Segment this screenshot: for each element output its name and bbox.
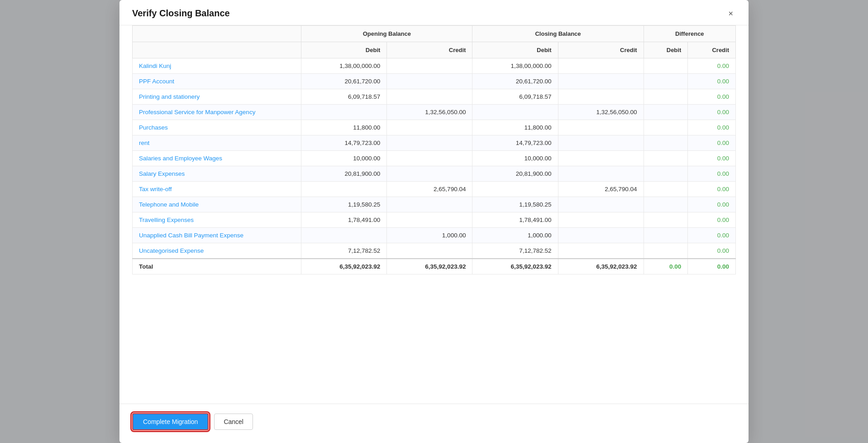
diff-debit-cell — [644, 151, 688, 166]
credit_closing-cell — [558, 228, 644, 243]
diff-debit-cell — [644, 105, 688, 120]
col-account-subheader — [133, 42, 301, 58]
diff-credit-cell: 0.00 — [688, 105, 736, 120]
debit_closing-cell: 1,78,491.00 — [472, 212, 558, 228]
account-name-cell[interactable]: Travelling Expenses — [133, 212, 301, 228]
total-diff-credit: 0.00 — [688, 259, 736, 274]
credit_opening-cell — [387, 212, 472, 228]
account-name-cell[interactable]: Tax write-off — [133, 182, 301, 197]
table-row: Kalindi Kunj1,38,00,000.001,38,00,000.00… — [133, 58, 736, 74]
account-name-cell[interactable]: Purchases — [133, 120, 301, 135]
table-row: Purchases11,800.0011,800.000.00 — [133, 120, 736, 135]
debit_opening-cell: 7,12,782.52 — [301, 243, 387, 259]
credit_closing-cell — [558, 135, 644, 151]
account-name-cell[interactable]: Unapplied Cash Bill Payment Expense — [133, 228, 301, 243]
debit_closing-cell: 20,61,720.00 — [472, 74, 558, 89]
account-name-cell[interactable]: Kalindi Kunj — [133, 58, 301, 74]
total-closing-debit: 6,35,92,023.92 — [472, 259, 558, 274]
credit_opening-cell: 2,65,790.04 — [387, 182, 472, 197]
col-opening-credit-subheader: Credit — [387, 42, 472, 58]
debit_closing-cell: 1,19,580.25 — [472, 197, 558, 212]
debit_closing-cell — [472, 182, 558, 197]
diff-credit-cell: 0.00 — [688, 58, 736, 74]
debit_opening-cell — [301, 105, 387, 120]
table-row: Unapplied Cash Bill Payment Expense1,000… — [133, 228, 736, 243]
table-row: rent14,79,723.0014,79,723.000.00 — [133, 135, 736, 151]
table-row: Travelling Expenses1,78,491.001,78,491.0… — [133, 212, 736, 228]
diff-debit-cell — [644, 212, 688, 228]
debit_opening-cell — [301, 182, 387, 197]
account-name-cell[interactable]: Professional Service for Manpower Agency — [133, 105, 301, 120]
diff-debit-cell — [644, 135, 688, 151]
debit_opening-cell — [301, 228, 387, 243]
cancel-button[interactable]: Cancel — [214, 414, 253, 430]
col-opening-debit-subheader: Debit — [301, 42, 387, 58]
modal-title: Verify Closing Balance — [132, 8, 230, 19]
complete-migration-button[interactable]: Complete Migration — [132, 413, 209, 430]
diff-debit-cell — [644, 197, 688, 212]
debit_opening-cell: 6,09,718.57 — [301, 89, 387, 105]
account-name-cell[interactable]: rent — [133, 135, 301, 151]
debit_closing-cell: 1,000.00 — [472, 228, 558, 243]
credit_closing-cell — [558, 58, 644, 74]
credit_closing-cell — [558, 120, 644, 135]
diff-credit-cell: 0.00 — [688, 182, 736, 197]
modal-dialog: Verify Closing Balance × Opening Balance… — [119, 0, 749, 443]
diff-debit-cell — [644, 58, 688, 74]
diff-debit-cell — [644, 182, 688, 197]
credit_closing-cell: 1,32,56,050.00 — [558, 105, 644, 120]
debit_opening-cell: 1,78,491.00 — [301, 212, 387, 228]
credit_opening-cell — [387, 120, 472, 135]
col-diff-debit-subheader: Debit — [644, 42, 688, 58]
diff-credit-cell: 0.00 — [688, 212, 736, 228]
credit_opening-cell — [387, 74, 472, 89]
table-row: Salary Expenses20,81,900.0020,81,900.000… — [133, 166, 736, 182]
table-sub-header: Debit Credit Debit Credit Debit Credit — [133, 42, 736, 58]
col-name-header — [133, 26, 301, 42]
total-opening-credit: 6,35,92,023.92 — [387, 259, 472, 274]
account-name-cell[interactable]: Salary Expenses — [133, 166, 301, 182]
close-button[interactable]: × — [725, 9, 736, 19]
diff-credit-cell: 0.00 — [688, 120, 736, 135]
debit_opening-cell: 1,38,00,000.00 — [301, 58, 387, 74]
debit_opening-cell: 10,000.00 — [301, 151, 387, 166]
table-group-header: Opening Balance Closing Balance Differen… — [133, 26, 736, 42]
diff-debit-cell — [644, 120, 688, 135]
account-name-cell[interactable]: Salaries and Employee Wages — [133, 151, 301, 166]
credit_opening-cell — [387, 166, 472, 182]
total-closing-credit: 6,35,92,023.92 — [558, 259, 644, 274]
diff-debit-cell — [644, 89, 688, 105]
credit_closing-cell — [558, 212, 644, 228]
diff-debit-cell — [644, 166, 688, 182]
credit_closing-cell — [558, 89, 644, 105]
verify-balance-table: Opening Balance Closing Balance Differen… — [132, 25, 736, 274]
debit_closing-cell: 7,12,782.52 — [472, 243, 558, 259]
table-row: Professional Service for Manpower Agency… — [133, 105, 736, 120]
account-name-cell[interactable]: PPF Account — [133, 74, 301, 89]
diff-credit-cell: 0.00 — [688, 243, 736, 259]
diff-credit-cell: 0.00 — [688, 74, 736, 89]
total-diff-debit: 0.00 — [644, 259, 688, 274]
diff-credit-cell: 0.00 — [688, 135, 736, 151]
credit_opening-cell — [387, 243, 472, 259]
credit_closing-cell — [558, 243, 644, 259]
diff-debit-cell — [644, 243, 688, 259]
debit_closing-cell: 1,38,00,000.00 — [472, 58, 558, 74]
credit_opening-cell — [387, 135, 472, 151]
account-name-cell[interactable]: Printing and stationery — [133, 89, 301, 105]
debit_closing-cell: 14,79,723.00 — [472, 135, 558, 151]
modal-header: Verify Closing Balance × — [119, 0, 749, 25]
modal-footer: Complete Migration Cancel — [119, 404, 749, 443]
debit_closing-cell: 11,800.00 — [472, 120, 558, 135]
debit_opening-cell: 20,61,720.00 — [301, 74, 387, 89]
diff-credit-cell: 0.00 — [688, 89, 736, 105]
account-name-cell[interactable]: Uncategorised Expense — [133, 243, 301, 259]
table-row: Printing and stationery6,09,718.576,09,7… — [133, 89, 736, 105]
total-label: Total — [133, 259, 301, 274]
diff-credit-cell: 0.00 — [688, 151, 736, 166]
credit_opening-cell — [387, 58, 472, 74]
table-row: PPF Account20,61,720.0020,61,720.000.00 — [133, 74, 736, 89]
account-name-cell[interactable]: Telephone and Mobile — [133, 197, 301, 212]
col-opening-balance-header: Opening Balance — [301, 26, 472, 42]
col-diff-credit-subheader: Credit — [688, 42, 736, 58]
